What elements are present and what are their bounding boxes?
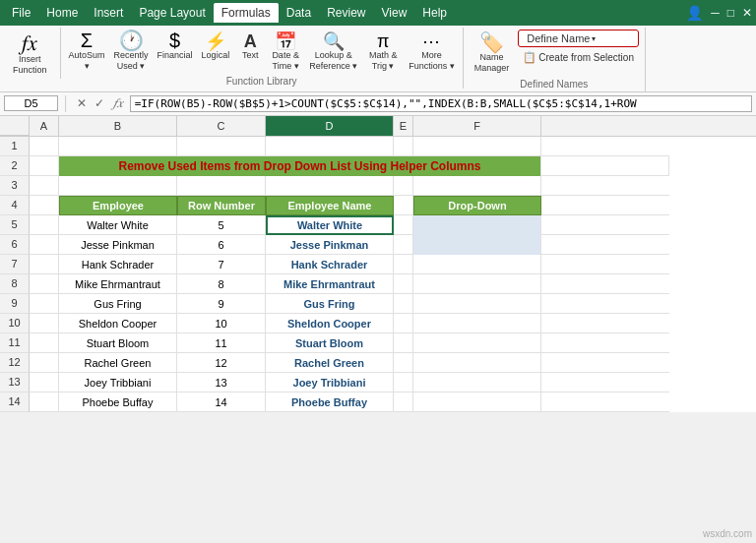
create-from-selection-button[interactable]: 📋 Create from Selection bbox=[518, 49, 639, 66]
cell-d10[interactable]: Sheldon Cooper bbox=[266, 314, 394, 333]
cell-a1[interactable] bbox=[30, 137, 59, 156]
cell-d9[interactable]: Gus Fring bbox=[266, 294, 394, 314]
cancel-icon[interactable]: ✕ bbox=[75, 96, 89, 110]
cell-b7[interactable]: Hank Schrader bbox=[59, 255, 177, 274]
row-header-4[interactable]: 4 bbox=[0, 196, 30, 215]
recently-used-button[interactable]: 🕐 RecentlyUsed ▾ bbox=[110, 28, 153, 75]
cell-b8[interactable]: Mike Ehrmantraut bbox=[59, 274, 177, 294]
col-header-f[interactable]: F bbox=[413, 116, 541, 136]
confirm-icon[interactable]: ✓ bbox=[93, 96, 106, 110]
cell-f4-header[interactable]: Drop-Down bbox=[413, 196, 541, 215]
col-header-d[interactable]: D bbox=[266, 116, 394, 136]
cell-c5[interactable]: 5 bbox=[177, 215, 266, 235]
cell-c9[interactable]: 9 bbox=[177, 294, 266, 314]
cell-c1[interactable] bbox=[177, 137, 266, 156]
row-header-6[interactable]: 6 bbox=[0, 235, 30, 255]
row-header-3[interactable]: 3 bbox=[0, 176, 30, 196]
cell-e6[interactable] bbox=[394, 235, 413, 255]
cell-b14[interactable]: Phoebe Buffay bbox=[59, 392, 177, 412]
cell-f10[interactable] bbox=[413, 314, 541, 333]
cell-e1[interactable] bbox=[394, 137, 413, 156]
menu-help[interactable]: Help bbox=[414, 3, 455, 23]
name-manager-button[interactable]: 🏷️ NameManager bbox=[470, 30, 515, 77]
row-header-14[interactable]: 14 bbox=[0, 392, 30, 412]
cell-a6[interactable] bbox=[30, 235, 59, 255]
cell-f6[interactable] bbox=[413, 235, 541, 255]
cell-d1[interactable] bbox=[266, 137, 394, 156]
row-header-2[interactable]: 2 bbox=[0, 156, 30, 176]
cell-d12[interactable]: Rachel Green bbox=[266, 353, 394, 373]
more-functions-button[interactable]: ⋯ MoreFunctions ▾ bbox=[405, 30, 459, 75]
row-header-8[interactable]: 8 bbox=[0, 274, 30, 294]
insert-function-button[interactable]: 𝑓𝑥 InsertFunction bbox=[8, 30, 52, 79]
cell-a10[interactable] bbox=[30, 314, 59, 333]
cell-a13[interactable] bbox=[30, 373, 59, 392]
cell-e5[interactable] bbox=[394, 215, 413, 235]
cell-d3[interactable] bbox=[266, 176, 394, 196]
cell-b10[interactable]: Sheldon Cooper bbox=[59, 314, 177, 333]
logical-button[interactable]: ⚡ Logical bbox=[198, 30, 234, 75]
cell-f12[interactable] bbox=[413, 353, 541, 373]
text-button[interactable]: A Text bbox=[234, 30, 266, 75]
cell-d5[interactable]: Walter White bbox=[266, 215, 394, 235]
close-btn[interactable]: ✕ bbox=[742, 6, 752, 20]
cell-a8[interactable] bbox=[30, 274, 59, 294]
cell-c3[interactable] bbox=[177, 176, 266, 196]
cell-f9[interactable] bbox=[413, 294, 541, 314]
cell-f13[interactable] bbox=[413, 373, 541, 392]
cell-e13[interactable] bbox=[394, 373, 413, 392]
cell-d8[interactable]: Mike Ehrmantraut bbox=[266, 274, 394, 294]
cell-c8[interactable]: 8 bbox=[177, 274, 266, 294]
cell-a5[interactable] bbox=[30, 215, 59, 235]
cell-e8[interactable] bbox=[394, 274, 413, 294]
row-header-5[interactable]: 5 bbox=[0, 215, 30, 235]
menu-data[interactable]: Data bbox=[279, 3, 319, 23]
cell-a12[interactable] bbox=[30, 353, 59, 373]
cell-d6[interactable]: Jesse Pinkman bbox=[266, 235, 394, 255]
cell-d14[interactable]: Phoebe Buffay bbox=[266, 392, 394, 412]
cell-f7[interactable] bbox=[413, 255, 541, 274]
cell-c13[interactable]: 13 bbox=[177, 373, 266, 392]
cell-a3[interactable] bbox=[30, 176, 59, 196]
cell-e10[interactable] bbox=[394, 314, 413, 333]
cell-c10[interactable]: 10 bbox=[177, 314, 266, 333]
autosum-button[interactable]: Σ AutoSum▾ bbox=[65, 28, 109, 75]
cell-e9[interactable] bbox=[394, 294, 413, 314]
menu-insert[interactable]: Insert bbox=[86, 3, 131, 23]
menu-home[interactable]: Home bbox=[38, 3, 86, 23]
cell-b12[interactable]: Rachel Green bbox=[59, 353, 177, 373]
row-header-9[interactable]: 9 bbox=[0, 294, 30, 314]
financial-button[interactable]: $ Financial bbox=[154, 28, 197, 75]
cell-b6[interactable]: Jesse Pinkman bbox=[59, 235, 177, 255]
row-header-13[interactable]: 13 bbox=[0, 373, 30, 392]
cell-e12[interactable] bbox=[394, 353, 413, 373]
cell-f3[interactable] bbox=[413, 176, 541, 196]
row-header-1[interactable]: 1 bbox=[0, 137, 30, 156]
cell-a4[interactable] bbox=[30, 196, 59, 215]
minimize-btn[interactable]: ─ bbox=[711, 6, 720, 20]
col-header-e[interactable]: E bbox=[394, 116, 413, 136]
cell-a11[interactable] bbox=[30, 333, 59, 353]
cell-e4[interactable] bbox=[394, 196, 413, 215]
menu-view[interactable]: View bbox=[374, 3, 415, 23]
cell-e11[interactable] bbox=[394, 333, 413, 353]
cell-c12[interactable]: 12 bbox=[177, 353, 266, 373]
cell-a14[interactable] bbox=[30, 392, 59, 412]
row-header-10[interactable]: 10 bbox=[0, 314, 30, 333]
cell-c11[interactable]: 11 bbox=[177, 333, 266, 353]
cell-b5[interactable]: Walter White bbox=[59, 215, 177, 235]
cell-e14[interactable] bbox=[394, 392, 413, 412]
cell-b13[interactable]: Joey Tribbiani bbox=[59, 373, 177, 392]
cell-f2[interactable] bbox=[541, 156, 669, 176]
cell-d13[interactable]: Joey Tribbiani bbox=[266, 373, 394, 392]
cell-f14[interactable] bbox=[413, 392, 541, 412]
menu-review[interactable]: Review bbox=[319, 3, 373, 23]
cell-a7[interactable] bbox=[30, 255, 59, 274]
col-header-c[interactable]: C bbox=[177, 116, 266, 136]
cell-e7[interactable] bbox=[394, 255, 413, 274]
lookup-reference-button[interactable]: 🔍 Lookup &Reference ▾ bbox=[305, 30, 361, 75]
define-name-button[interactable]: Define Name ▾ bbox=[518, 30, 639, 47]
row-header-7[interactable]: 7 bbox=[0, 255, 30, 274]
cell-c4-header[interactable]: Row Number bbox=[177, 196, 266, 215]
cell-f8[interactable] bbox=[413, 274, 541, 294]
